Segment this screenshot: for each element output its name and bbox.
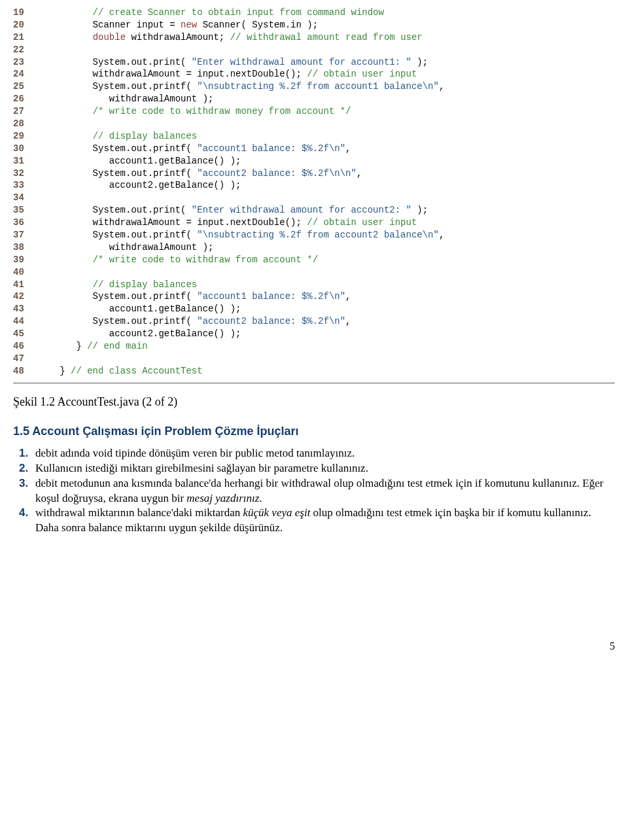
code-line: 29 // display balances — [13, 130, 615, 143]
code-line: 28 — [13, 118, 615, 130]
line-number: 43 — [13, 303, 43, 315]
code-content: account1.getBalance() ); — [43, 155, 615, 167]
code-content: Scanner input = new Scanner( System.in )… — [43, 19, 615, 31]
code-content: withdrawalAmount ); — [43, 93, 615, 105]
tips-list: debit adında void tipinde dönüşüm veren … — [13, 446, 615, 536]
code-content: account2.getBalance() ); — [43, 328, 615, 340]
line-number: 23 — [13, 56, 43, 69]
section-title: 1.5 Account Çalışması için Problem Çözme… — [13, 425, 615, 438]
code-line: 31 account1.getBalance() ); — [13, 155, 615, 167]
code-line: 20 Scanner input = new Scanner( System.i… — [13, 19, 615, 31]
code-content: account2.getBalance() ); — [43, 179, 615, 192]
page-number: 5 — [13, 640, 615, 652]
line-number: 25 — [13, 80, 43, 93]
line-number: 46 — [13, 340, 43, 353]
code-line: 34 — [13, 192, 615, 204]
code-line: 45 account2.getBalance() ); — [13, 328, 615, 340]
line-number: 37 — [13, 229, 43, 241]
code-line: 46 } // end main — [13, 340, 615, 353]
line-number: 40 — [13, 266, 43, 279]
code-content: // create Scanner to obtain input from c… — [43, 7, 615, 19]
code-content: // display balances — [43, 130, 615, 143]
code-content: /* write code to withdraw money from acc… — [43, 105, 615, 118]
line-number: 22 — [13, 44, 43, 56]
line-number: 44 — [13, 315, 43, 328]
tip-item: withdrawal miktarının balance'daki mikta… — [31, 506, 615, 536]
line-number: 35 — [13, 204, 43, 217]
code-line: 19 // create Scanner to obtain input fro… — [13, 7, 615, 19]
line-number: 27 — [13, 105, 43, 118]
code-line: 27 /* write code to withdraw money from … — [13, 105, 615, 118]
code-content: System.out.printf( "account2 balance: $%… — [43, 167, 615, 180]
code-line: 22 — [13, 44, 615, 56]
code-content: withdrawalAmount = input.nextDouble(); /… — [43, 68, 615, 80]
code-line: 36 withdrawalAmount = input.nextDouble()… — [13, 217, 615, 229]
code-content: System.out.printf( "account1 balance: $%… — [43, 290, 615, 303]
code-content: System.out.print( "Enter withdrawal amou… — [43, 56, 615, 69]
code-line: 26 withdrawalAmount ); — [13, 93, 615, 105]
code-line: 43 account1.getBalance() ); — [13, 303, 615, 315]
code-line: 41 // display balances — [13, 279, 615, 291]
line-number: 48 — [13, 365, 43, 377]
code-line: 40 — [13, 266, 615, 279]
code-line: 47 — [13, 353, 615, 365]
code-content: /* write code to withdraw from account *… — [43, 254, 615, 266]
line-number: 47 — [13, 353, 43, 365]
code-line: 32 System.out.printf( "account2 balance:… — [13, 167, 615, 180]
code-content: withdrawalAmount ); — [43, 241, 615, 254]
line-number: 42 — [13, 290, 43, 303]
line-number: 19 — [13, 7, 43, 19]
figure-caption: Şekil 1.2 AccountTest.java (2 of 2) — [13, 395, 615, 409]
code-line: 33 account2.getBalance() ); — [13, 179, 615, 192]
code-content — [43, 118, 615, 130]
code-line: 39 /* write code to withdraw from accoun… — [13, 254, 615, 266]
code-line: 35 System.out.print( "Enter withdrawal a… — [13, 204, 615, 217]
code-content — [43, 44, 615, 56]
code-line: 21 double withdrawalAmount; // withdrawa… — [13, 31, 615, 44]
code-content — [43, 192, 615, 204]
code-line: 30 System.out.printf( "account1 balance:… — [13, 143, 615, 155]
code-line: 48 } // end class AccountTest — [13, 365, 615, 377]
code-content: } // end main — [43, 340, 615, 353]
line-number: 36 — [13, 217, 43, 229]
code-block: 19 // create Scanner to obtain input fro… — [13, 7, 615, 383]
code-content: System.out.printf( "\nsubtracting %.2f f… — [43, 80, 615, 93]
line-number: 38 — [13, 241, 43, 254]
tip-item: debit adında void tipinde dönüşüm veren … — [31, 446, 615, 461]
line-number: 39 — [13, 254, 43, 266]
line-number: 45 — [13, 328, 43, 340]
code-content: double withdrawalAmount; // withdrawal a… — [43, 31, 615, 44]
code-content: // display balances — [43, 279, 615, 291]
line-number: 29 — [13, 130, 43, 143]
code-content: } // end class AccountTest — [43, 365, 615, 377]
code-content: account1.getBalance() ); — [43, 303, 615, 315]
line-number: 30 — [13, 143, 43, 155]
line-number: 41 — [13, 279, 43, 291]
line-number: 32 — [13, 167, 43, 180]
line-number: 21 — [13, 31, 43, 44]
code-line: 24 withdrawalAmount = input.nextDouble()… — [13, 68, 615, 80]
tip-item: Kullanıcın istediği miktarı girebilmesin… — [31, 461, 615, 476]
code-line: 44 System.out.printf( "account2 balance:… — [13, 315, 615, 328]
code-line: 25 System.out.printf( "\nsubtracting %.2… — [13, 80, 615, 93]
code-line: 38 withdrawalAmount ); — [13, 241, 615, 254]
code-line: 23 System.out.print( "Enter withdrawal a… — [13, 56, 615, 69]
line-number: 26 — [13, 93, 43, 105]
line-number: 34 — [13, 192, 43, 204]
code-content — [43, 353, 615, 365]
code-content: System.out.print( "Enter withdrawal amou… — [43, 204, 615, 217]
code-content: System.out.printf( "account2 balance: $%… — [43, 315, 615, 328]
line-number: 28 — [13, 118, 43, 130]
line-number: 31 — [13, 155, 43, 167]
line-number: 24 — [13, 68, 43, 80]
code-content — [43, 266, 615, 279]
code-content: withdrawalAmount = input.nextDouble(); /… — [43, 217, 615, 229]
code-line: 42 System.out.printf( "account1 balance:… — [13, 290, 615, 303]
tip-item: debit metodunun ana kısmında balance'da … — [31, 476, 615, 506]
code-content: System.out.printf( "\nsubtracting %.2f f… — [43, 229, 615, 241]
line-number: 20 — [13, 19, 43, 31]
code-content: System.out.printf( "account1 balance: $%… — [43, 143, 615, 155]
line-number: 33 — [13, 179, 43, 192]
code-line: 37 System.out.printf( "\nsubtracting %.2… — [13, 229, 615, 241]
